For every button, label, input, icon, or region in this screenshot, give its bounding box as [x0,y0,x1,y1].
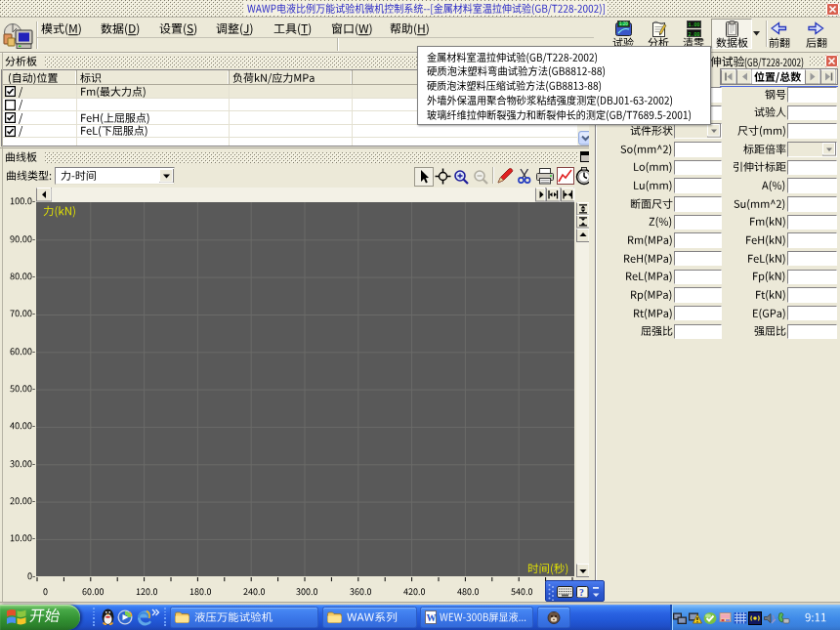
svg-text:?: ? [579,587,584,597]
svg-text:W: W [427,612,437,623]
svg-text:1.00: 1.00 [688,22,699,28]
svg-text:1:20: 1:20 [619,21,628,26]
